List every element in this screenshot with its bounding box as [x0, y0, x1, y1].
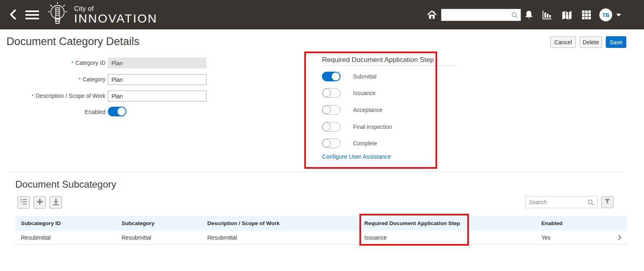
category-id-label: *Category ID — [5, 58, 105, 68]
cell-subcategory: Resubmittal — [116, 234, 202, 241]
logo-text-innovation: INNOVATION — [74, 12, 157, 25]
final-inspection-toggle-label: Final inspection — [353, 122, 392, 132]
global-search-box — [441, 9, 521, 21]
category-id-field[interactable] — [108, 58, 206, 68]
subcategory-section-title: Document Subcategory — [15, 179, 116, 190]
avatar[interactable]: TB — [599, 8, 612, 21]
complete-toggle[interactable] — [322, 139, 341, 148]
grid-icon[interactable] — [581, 10, 592, 20]
cell-required-doc-app-step: Issuance — [359, 234, 536, 241]
cancel-button[interactable]: Cancel — [550, 36, 576, 48]
panel-title: Required Document Application Step — [322, 56, 434, 64]
subcategory-search-box — [525, 196, 598, 208]
issuance-toggle[interactable] — [322, 88, 341, 98]
table-row[interactable]: Resubmittal Resubmittal Resubmittal Issu… — [15, 231, 627, 244]
description-field[interactable] — [108, 91, 206, 101]
table-header-row: Subcategory ID Subcategory Description /… — [15, 216, 627, 231]
final-inspection-toggle[interactable] — [322, 122, 341, 132]
search-icon[interactable] — [587, 199, 595, 207]
caret-down-icon[interactable] — [616, 14, 621, 17]
home-icon[interactable] — [427, 10, 437, 20]
avatar-initials: TB — [602, 12, 609, 18]
subcategory-search-input[interactable] — [529, 197, 585, 207]
logo: City of INNOVATION — [45, 1, 157, 29]
delete-button[interactable]: Delete — [580, 36, 602, 48]
manage-columns-button[interactable] — [17, 196, 30, 209]
col-enabled[interactable]: Enabled — [536, 220, 612, 226]
category-field[interactable] — [108, 74, 206, 85]
configure-user-assistance-link[interactable]: Configure User Assistance — [322, 153, 391, 160]
search-icon[interactable] — [511, 11, 519, 19]
col-subcategory[interactable]: Subcategory — [116, 220, 202, 226]
enabled-label: Enabled — [5, 107, 105, 118]
subcategory-table: Subcategory ID Subcategory Description /… — [15, 216, 627, 244]
global-search-input[interactable] — [444, 10, 511, 20]
category-label: *Category — [5, 74, 105, 85]
submittal-toggle-label: Submittal — [353, 72, 376, 81]
map-icon[interactable] — [561, 10, 572, 20]
col-description[interactable]: Description / Scope of Work — [202, 220, 359, 226]
required-marker: * — [71, 60, 73, 66]
enabled-toggle[interactable] — [108, 107, 126, 116]
complete-toggle-label: Complete — [353, 139, 377, 148]
bell-icon[interactable] — [524, 10, 534, 20]
cell-enabled: Yes — [536, 234, 612, 241]
col-subcategory-id[interactable]: Subcategory ID — [15, 220, 116, 226]
manage-columns-icon — [20, 198, 28, 207]
back-icon[interactable] — [8, 9, 19, 20]
app-header: City of INNOVATION TB — [0, 0, 644, 29]
panel-divider — [322, 65, 455, 66]
col-required-doc-app-step[interactable]: Required Document Application Step — [359, 220, 536, 226]
section-divider — [10, 172, 622, 172]
hamburger-icon[interactable] — [25, 10, 40, 20]
add-subcategory-button[interactable] — [33, 196, 46, 209]
submittal-toggle[interactable] — [322, 72, 341, 81]
cell-subcategory-id: Resubmittal — [15, 234, 116, 241]
description-label: *Description / Scope of Work — [5, 91, 105, 101]
row-chevron-right-icon[interactable] — [612, 234, 627, 240]
required-marker: * — [32, 93, 34, 99]
document-category-details-page: City of INNOVATION TB — [0, 0, 644, 271]
required-marker: * — [78, 77, 80, 83]
download-button[interactable] — [50, 196, 62, 209]
lightbulb-logo-icon — [45, 1, 70, 29]
save-button[interactable]: Save — [606, 36, 626, 48]
filter-button[interactable] — [601, 196, 613, 208]
cell-description: Resubmittal — [202, 234, 359, 241]
filter-icon — [604, 198, 611, 207]
issuance-toggle-label: Issuance — [353, 88, 376, 98]
bar-chart-icon[interactable] — [542, 10, 552, 20]
add-icon — [36, 198, 44, 207]
acceptance-toggle[interactable] — [322, 105, 341, 115]
page-title: Document Category Details — [6, 35, 139, 48]
acceptance-toggle-label: Acceptance — [353, 105, 382, 115]
download-icon — [52, 198, 60, 207]
